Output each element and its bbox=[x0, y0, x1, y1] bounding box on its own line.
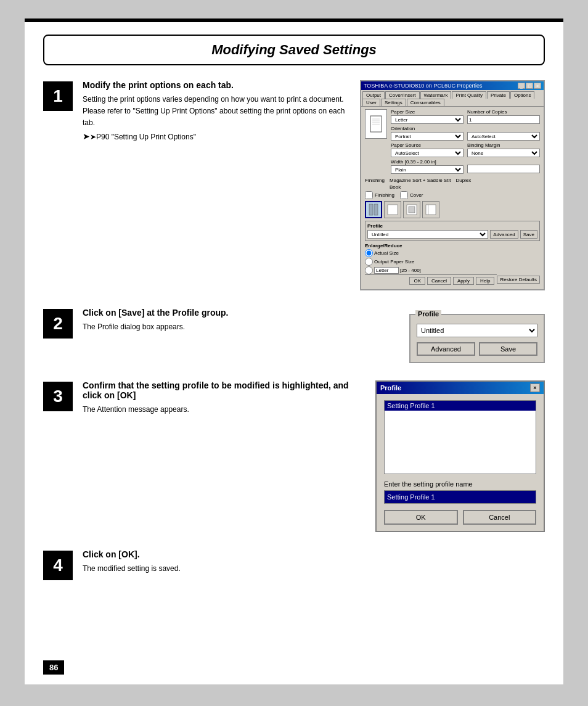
width-select[interactable]: Plain bbox=[391, 165, 463, 174]
printer-cancel-btn[interactable]: Cancel bbox=[427, 277, 451, 285]
paper-size-select[interactable]: Letter bbox=[391, 115, 463, 124]
profile-groupbox-select[interactable]: Untitled bbox=[417, 324, 537, 337]
step-4-text: Click on [OK]. The modified setting is s… bbox=[83, 549, 545, 575]
profile-list-item-1[interactable]: Setting Profile 1 bbox=[385, 401, 536, 411]
tab-output[interactable]: Output bbox=[362, 91, 385, 99]
tab-user[interactable]: User bbox=[362, 99, 380, 106]
auto-select-label bbox=[467, 126, 540, 131]
tab-consumables[interactable]: Consumables bbox=[407, 99, 444, 106]
step-3-row: 3 Confirm that the setting profile to be… bbox=[43, 380, 545, 532]
profile-dialog-title: Profile bbox=[380, 384, 401, 392]
fin-icon-2[interactable] bbox=[384, 201, 401, 218]
scale-range-label: [25 - 400] bbox=[400, 268, 421, 273]
step-2-heading: Click on [Save] at the Profile group. bbox=[83, 308, 399, 318]
dialog-tabs: Output Cover/Insert Watermark Print Qual… bbox=[361, 90, 544, 107]
title-box: Modifying Saved Settings bbox=[43, 35, 545, 65]
step-3-image: Profile × Setting Profile 1 Enter the se… bbox=[375, 380, 545, 532]
svg-rect-9 bbox=[409, 207, 415, 213]
tab-cover[interactable]: Cover/Insert bbox=[385, 91, 420, 99]
step-1-text: Modify the print options on each tab. Se… bbox=[83, 80, 360, 143]
binding-margin-label: Binding Margin bbox=[467, 142, 540, 148]
step-2-body: The Profile dialog box appears. bbox=[83, 321, 399, 333]
tab-private[interactable]: Private bbox=[487, 91, 510, 99]
width-label: Width [0.39 - 2.00 in] bbox=[391, 159, 463, 165]
profile-list-box: Setting Profile 1 bbox=[384, 400, 536, 474]
step-3-body: The Attention message appears. bbox=[83, 404, 365, 416]
paper-source-select[interactable]: AutoSelect bbox=[391, 149, 463, 157]
paper-source-label: Paper Source bbox=[391, 142, 463, 148]
binding-margin-select[interactable]: None bbox=[467, 149, 540, 157]
step-1-number: 1 bbox=[43, 81, 73, 111]
finishing-cb-label: Finishing bbox=[375, 192, 394, 198]
tab-quality[interactable]: Print Quality bbox=[452, 91, 486, 99]
printer-help-btn[interactable]: Help bbox=[476, 277, 494, 285]
save-button[interactable]: Save bbox=[479, 342, 537, 356]
profile-groupbox-buttons: Advanced Save bbox=[417, 342, 537, 356]
profile-name-input[interactable] bbox=[384, 490, 536, 504]
num-copies-label: Number of Copies bbox=[467, 109, 540, 115]
printer-profile-select[interactable]: Untitled bbox=[367, 230, 488, 239]
fin-icon-3[interactable] bbox=[403, 201, 420, 218]
printer-dialog-titlebar: TOSHIBA e-STUDIO810 on PCL6UC Properties… bbox=[361, 81, 544, 90]
printer-dialog-controls: _ □ × bbox=[518, 83, 541, 89]
profile-dialog-titlebar: Profile × bbox=[377, 382, 544, 394]
paper-preview bbox=[365, 109, 387, 139]
auto-select[interactable]: AutoSelect bbox=[467, 132, 540, 141]
tab-watermark[interactable]: Watermark bbox=[420, 91, 452, 99]
svg-rect-5 bbox=[369, 204, 373, 215]
book-label: Book bbox=[390, 184, 401, 190]
printer-apply-btn[interactable]: Apply bbox=[453, 277, 474, 285]
tab-settings[interactable]: Settings bbox=[381, 99, 406, 106]
profile-ok-btn[interactable]: OK bbox=[384, 510, 458, 525]
step-2-text: Click on [Save] at the Profile group. Th… bbox=[83, 308, 409, 333]
svg-rect-6 bbox=[374, 204, 378, 215]
restore-defaults-btn[interactable]: Restore Defaults bbox=[497, 276, 540, 284]
cover-checkbox[interactable] bbox=[400, 191, 408, 199]
duplex-label: Duplex bbox=[455, 178, 471, 183]
minimize-button[interactable]: _ bbox=[518, 83, 525, 89]
step-2-row: 2 Click on [Save] at the Profile group. … bbox=[43, 308, 545, 363]
tab-options[interactable]: Options bbox=[510, 91, 535, 99]
svg-rect-7 bbox=[388, 205, 398, 215]
step-3-number: 3 bbox=[43, 382, 73, 411]
step-1-arrow: ➤➤P90 "Setting Up Print Options" bbox=[83, 129, 350, 143]
profile-cancel-btn[interactable]: Cancel bbox=[463, 510, 537, 525]
finishing-checkbox[interactable] bbox=[365, 191, 373, 199]
advanced-button[interactable]: Advanced bbox=[417, 342, 475, 356]
profile-group-label: Profile bbox=[415, 310, 441, 318]
printer-dialog: TOSHIBA e-STUDIO810 on PCL6UC Properties… bbox=[360, 80, 545, 290]
page-title: Modifying Saved Settings bbox=[57, 42, 531, 58]
step-4-number: 4 bbox=[43, 551, 73, 580]
profile-dialog-buttons: OK Cancel bbox=[384, 510, 536, 525]
maximize-button[interactable]: □ bbox=[526, 83, 533, 89]
step-1-heading: Modify the print options on each tab. bbox=[83, 80, 350, 90]
step-3-text: Confirm that the setting profile to be m… bbox=[83, 380, 375, 416]
profile-field-label: Enter the setting profile name bbox=[384, 480, 536, 488]
paper-size-label: Paper Size bbox=[391, 109, 463, 115]
close-button[interactable]: × bbox=[534, 83, 541, 89]
actual-size-radio[interactable] bbox=[365, 249, 373, 257]
page-number: 86 bbox=[43, 660, 64, 675]
svg-rect-0 bbox=[370, 116, 382, 132]
printer-save-btn[interactable]: Save bbox=[520, 230, 537, 239]
step-1-body: Setting the print options varies dependi… bbox=[83, 94, 350, 129]
printer-profile-section: Profile Untitled Advanced Save bbox=[365, 221, 540, 241]
printer-ok-btn[interactable]: OK bbox=[409, 277, 425, 285]
output-paper-size-label: Output Paper Size bbox=[374, 259, 414, 265]
fin-icon-1[interactable] bbox=[365, 201, 382, 218]
printer-advanced-btn[interactable]: Advanced bbox=[490, 230, 518, 239]
width-value-input[interactable] bbox=[467, 165, 540, 173]
step-3-heading: Confirm that the setting profile to be m… bbox=[83, 380, 365, 400]
num-copies-input[interactable] bbox=[467, 115, 540, 124]
orientation-select[interactable]: Portrait bbox=[391, 132, 463, 141]
fin-icon-4[interactable] bbox=[422, 201, 439, 218]
scale-radio[interactable] bbox=[365, 266, 373, 274]
actual-size-label: Actual Size bbox=[374, 250, 399, 256]
page: Modifying Saved Settings 1 Modify the pr… bbox=[25, 18, 563, 684]
step-4-row: 4 Click on [OK]. The modified setting is… bbox=[43, 549, 545, 580]
profile-dialog-close[interactable]: × bbox=[530, 384, 540, 392]
scale-input[interactable] bbox=[374, 267, 399, 274]
step-2-image: Profile Untitled Advanced Save bbox=[409, 308, 545, 363]
svg-rect-10 bbox=[426, 205, 436, 215]
output-paper-size-radio[interactable] bbox=[365, 258, 373, 266]
